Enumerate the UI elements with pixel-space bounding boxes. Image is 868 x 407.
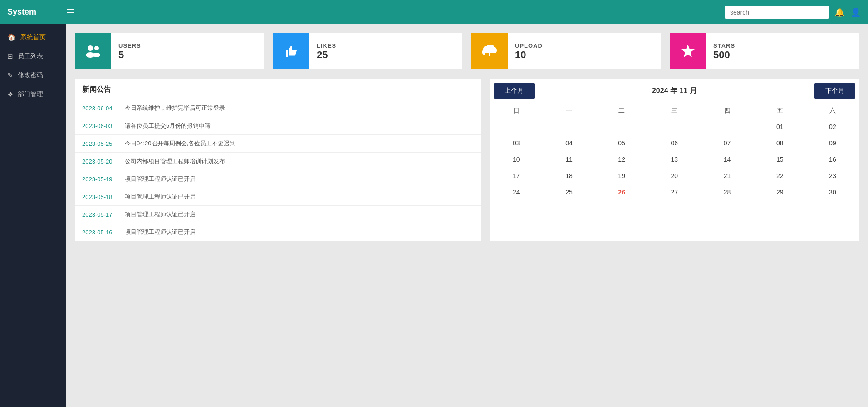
- bottom-section: 新闻公告 2023-06-04今日系统维护，维护完毕后可正常登录2023-06-…: [75, 79, 859, 241]
- upload-card-label: UPLOAD: [515, 42, 543, 49]
- upload-svg-icon: [481, 42, 499, 60]
- calendar-weekday-header: 一: [543, 103, 595, 119]
- likes-icon-bg: [273, 33, 309, 69]
- calendar-day[interactable]: 03: [490, 135, 543, 151]
- news-item: 2023-05-16项目管理工程师认证已开启: [75, 223, 481, 241]
- calendar-day[interactable]: 16: [806, 151, 859, 168]
- news-text: 项目管理工程师认证已开启: [125, 228, 196, 236]
- users-svg-icon: [84, 42, 102, 60]
- news-text: 项目管理工程师认证已开启: [125, 175, 196, 183]
- calendar-day[interactable]: 06: [648, 135, 701, 151]
- sidebar-item-employees-label: 员工列表: [18, 52, 43, 60]
- calendar-day: [701, 119, 753, 135]
- calendar-day[interactable]: 01: [754, 119, 806, 135]
- sidebar: 🏠 系统首页 ⊞ 员工列表 ✎ 修改密码 ❖ 部门管理: [0, 24, 66, 407]
- news-item: 2023-05-19项目管理工程师认证已开启: [75, 170, 481, 188]
- stars-card-value: 500: [713, 49, 735, 61]
- upload-icon-bg: [471, 33, 508, 69]
- calendar-day[interactable]: 29: [754, 184, 806, 200]
- news-item: 2023-06-03请各位员工提交5月份的报销申请: [75, 117, 481, 135]
- prev-month-button[interactable]: 上个月: [494, 83, 535, 99]
- upload-card-value: 10: [515, 49, 543, 61]
- news-date: 2023-05-25: [82, 140, 118, 147]
- stat-card-likes: LIKES 25: [273, 33, 462, 69]
- calendar-day[interactable]: 05: [595, 135, 648, 151]
- calendar-title: 2024 年 11 月: [652, 86, 697, 96]
- search-input[interactable]: [725, 6, 829, 19]
- news-date: 2023-06-04: [82, 105, 118, 112]
- calendar-day[interactable]: 13: [648, 151, 701, 168]
- calendar-day[interactable]: 07: [701, 135, 753, 151]
- news-text: 公司内部项目管理工程师培训计划发布: [125, 157, 225, 165]
- user-avatar-icon[interactable]: 👤: [851, 7, 861, 17]
- calendar-day[interactable]: 30: [806, 184, 859, 200]
- calendar-day[interactable]: 23: [806, 168, 859, 184]
- calendar-day[interactable]: 14: [701, 151, 753, 168]
- sidebar-item-department-label: 部门管理: [18, 90, 43, 99]
- stat-card-users: USERS 5: [75, 33, 264, 69]
- users-icon-bg: [75, 33, 111, 69]
- calendar-day: [490, 119, 543, 135]
- layers-icon: ❖: [7, 90, 13, 99]
- main-content: USERS 5 LIKES 25: [66, 24, 868, 407]
- sidebar-item-home[interactable]: 🏠 系统首页: [0, 28, 66, 47]
- calendar-weeks: 0102030405060708091011121314151617181920…: [490, 119, 859, 200]
- calendar-day[interactable]: 21: [701, 168, 753, 184]
- calendar-grid: 日一二三四五六 01020304050607080910111213141516…: [490, 103, 859, 200]
- news-panel: 新闻公告 2023-06-04今日系统维护，维护完毕后可正常登录2023-06-…: [75, 79, 481, 241]
- calendar-day[interactable]: 02: [806, 119, 859, 135]
- sidebar-item-department[interactable]: ❖ 部门管理: [0, 85, 66, 104]
- stars-svg-icon: [679, 43, 696, 60]
- calendar-day[interactable]: 22: [754, 168, 806, 184]
- topbar-action-icons: 🔔 👤: [834, 7, 861, 17]
- news-text: 今日04:20召开每周例会,各位员工不要迟到: [125, 139, 235, 148]
- calendar-day[interactable]: 18: [543, 168, 595, 184]
- sidebar-item-password[interactable]: ✎ 修改密码: [0, 66, 66, 85]
- news-text: 今日系统维护，维护完毕后可正常登录: [125, 104, 225, 112]
- upload-card-info: UPLOAD 10: [508, 33, 550, 69]
- calendar-day[interactable]: 24: [490, 184, 543, 200]
- calendar-day[interactable]: 19: [595, 168, 648, 184]
- menu-toggle-icon[interactable]: ☰: [66, 7, 74, 18]
- calendar-day[interactable]: 09: [806, 135, 859, 151]
- sidebar-item-employees[interactable]: ⊞ 员工列表: [0, 47, 66, 66]
- calendar-day[interactable]: 27: [648, 184, 701, 200]
- stat-card-stars: STARS 500: [670, 33, 859, 69]
- likes-card-info: LIKES 25: [309, 33, 343, 69]
- calendar-day[interactable]: 26: [595, 184, 648, 200]
- news-date: 2023-05-19: [82, 176, 118, 183]
- stars-card-info: STARS 500: [706, 33, 742, 69]
- calendar-day[interactable]: 08: [754, 135, 806, 151]
- calendar-header: 上个月 2024 年 11 月 下个月: [490, 79, 859, 103]
- calendar-day[interactable]: 20: [648, 168, 701, 184]
- calendar-day[interactable]: 25: [543, 184, 595, 200]
- news-date: 2023-05-16: [82, 229, 118, 236]
- calendar-day[interactable]: 10: [490, 151, 543, 168]
- home-icon: 🏠: [7, 33, 16, 41]
- calendar-weekday-header: 四: [701, 103, 753, 119]
- notification-icon[interactable]: 🔔: [834, 7, 844, 17]
- calendar-weekday-header: 五: [754, 103, 806, 119]
- calendar-day[interactable]: 15: [754, 151, 806, 168]
- news-date: 2023-05-18: [82, 194, 118, 200]
- svg-rect-5: [489, 52, 490, 56]
- calendar-day[interactable]: 12: [595, 151, 648, 168]
- calendar-day[interactable]: 04: [543, 135, 595, 151]
- edit-icon: ✎: [7, 71, 13, 79]
- svg-marker-6: [681, 45, 695, 57]
- news-item: 2023-05-17项目管理工程师认证已开启: [75, 206, 481, 223]
- calendar-weekday-header: 三: [648, 103, 701, 119]
- next-month-button[interactable]: 下个月: [814, 83, 855, 99]
- news-text: 请各位员工提交5月份的报销申请: [125, 122, 211, 130]
- news-item: 2023-06-04今日系统维护，维护完毕后可正常登录: [75, 99, 481, 117]
- calendar-weekday-header: 二: [595, 103, 648, 119]
- calendar-day: [595, 119, 648, 135]
- svg-point-3: [93, 53, 100, 57]
- topbar: System ☰ 🔔 👤: [0, 0, 868, 24]
- news-item: 2023-05-25今日04:20召开每周例会,各位员工不要迟到: [75, 135, 481, 153]
- calendar-day[interactable]: 17: [490, 168, 543, 184]
- calendar-day[interactable]: 28: [701, 184, 753, 200]
- calendar-day[interactable]: 11: [543, 151, 595, 168]
- calendar-weekday-header: 日: [490, 103, 543, 119]
- users-card-info: USERS 5: [111, 33, 148, 69]
